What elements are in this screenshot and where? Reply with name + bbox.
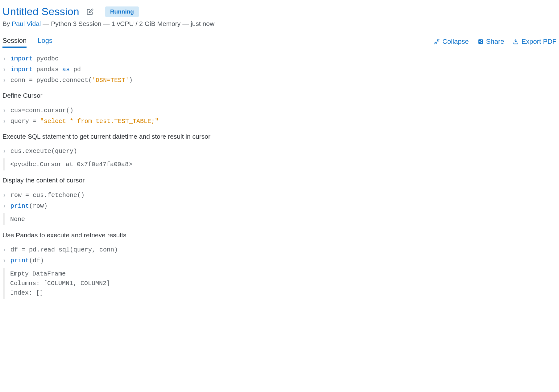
- code-line[interactable]: › cus.execute(query): [2, 146, 557, 157]
- prompt-icon: ›: [2, 65, 8, 74]
- section-heading: Display the content of cursor: [2, 175, 557, 186]
- edit-title-icon[interactable]: [84, 8, 97, 15]
- code-line[interactable]: › cus=conn.cursor(): [2, 105, 557, 116]
- collapse-icon: [434, 39, 440, 45]
- export-pdf-button[interactable]: Export PDF: [513, 38, 557, 46]
- session-title[interactable]: Untitled Session: [2, 6, 79, 18]
- author-link[interactable]: Paul Vidal: [12, 20, 41, 27]
- share-label: Share: [486, 38, 504, 46]
- output-block: None: [3, 213, 557, 225]
- prompt-icon: ›: [2, 116, 8, 126]
- session-meta: By Paul Vidal — Python 3 Session — 1 vCP…: [2, 20, 557, 27]
- collapse-label: Collapse: [442, 38, 469, 46]
- prompt-icon: ›: [2, 190, 8, 200]
- collapse-button[interactable]: Collapse: [434, 38, 469, 46]
- section-heading: Use Pandas to execute and retrieve resul…: [2, 230, 557, 240]
- code-line[interactable]: › print(df): [2, 255, 557, 266]
- code-line[interactable]: › print(row): [2, 201, 557, 211]
- code-line[interactable]: › conn = pyodbc.connect('DSN=TEST'): [2, 75, 557, 86]
- export-pdf-label: Export PDF: [521, 38, 557, 46]
- prompt-icon: ›: [2, 245, 8, 255]
- prompt-icon: ›: [2, 76, 8, 85]
- code-line[interactable]: › row = cus.fetchone(): [2, 190, 557, 201]
- tab-session[interactable]: Session: [2, 35, 27, 48]
- code-line[interactable]: › query = "select * from test.TEST_TABLE…: [2, 116, 557, 127]
- toolbar-actions: Collapse Share: [434, 38, 557, 46]
- prompt-icon: ›: [2, 54, 8, 63]
- section-heading: Execute SQL statement to get current dat…: [2, 132, 557, 142]
- meta-details: — Python 3 Session — 1 vCPU / 2 GiB Memo…: [41, 20, 215, 27]
- prompt-icon: ›: [2, 146, 8, 156]
- share-button[interactable]: Share: [478, 38, 504, 46]
- output-block: <pyodbc.Cursor at 0x7f0e47fa00a8>: [3, 158, 557, 170]
- session-header: Untitled Session Running: [2, 6, 557, 18]
- share-icon: [478, 39, 484, 45]
- prompt-icon: ›: [2, 106, 8, 115]
- status-badge: Running: [105, 6, 139, 17]
- notebook-body: › import pyodbc › import pandas as pd › …: [2, 53, 557, 299]
- prompt-icon: ›: [2, 201, 8, 211]
- by-label: By: [2, 20, 12, 27]
- output-block: Empty DataFrame Columns: [COLUMN1, COLUM…: [3, 268, 557, 299]
- prompt-icon: ›: [2, 256, 8, 265]
- code-line[interactable]: › import pandas as pd: [2, 64, 557, 75]
- code-line[interactable]: › import pyodbc: [2, 53, 557, 64]
- section-heading: Define Cursor: [2, 91, 557, 101]
- tabs-bar: Session Logs Collapse: [2, 35, 557, 48]
- download-icon: [513, 39, 519, 45]
- svg-rect-2: [478, 39, 483, 44]
- tab-logs[interactable]: Logs: [38, 35, 52, 48]
- code-line[interactable]: › df = pd.read_sql(query, conn): [2, 244, 557, 255]
